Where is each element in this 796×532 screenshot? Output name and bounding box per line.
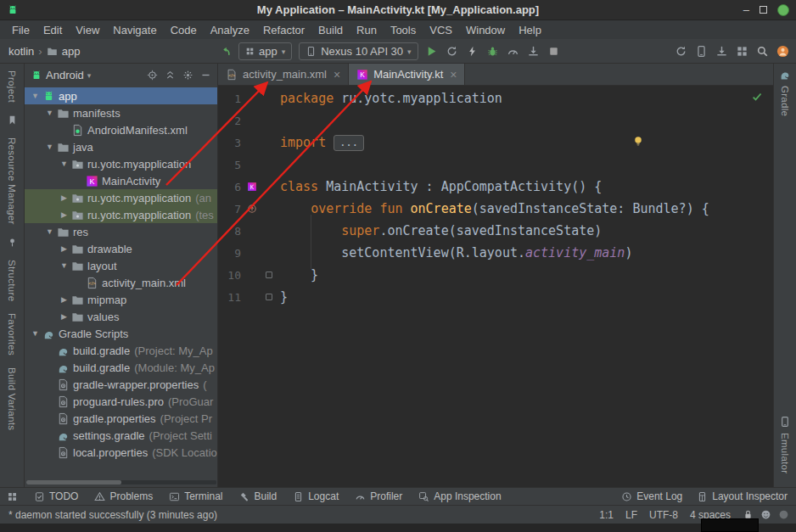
code-line-7[interactable]: 7 override fun onCreate(savedInstanceSta…: [218, 198, 773, 220]
tool-window-button-app-inspection[interactable]: App Inspection: [418, 490, 501, 502]
hide-panel-button[interactable]: [200, 70, 211, 81]
tool-favorites[interactable]: Favorites: [7, 313, 17, 356]
minimize-button[interactable]: –: [743, 4, 749, 15]
notifications-icon[interactable]: [778, 509, 789, 520]
chevron-down-icon[interactable]: ▼: [59, 160, 70, 168]
view-settings-button[interactable]: [182, 70, 193, 81]
maximize-button[interactable]: [760, 6, 767, 14]
tool-window-button-layout-inspector[interactable]: Layout Inspector: [697, 490, 788, 502]
bookmarks-icon[interactable]: [7, 115, 18, 126]
menu-run[interactable]: Run: [350, 22, 384, 38]
tree-item-ru-yotc-myapplication[interactable]: ▼ru.yotc.myapplication: [25, 155, 217, 172]
tree-item-build-gradle-project-my-ap[interactable]: build.gradle(Project: My_Ap: [25, 342, 217, 359]
tree-item-res[interactable]: ▼res: [25, 223, 217, 240]
tree-item-values[interactable]: ▶values: [25, 308, 217, 325]
tree-item-androidmanifest-xml[interactable]: AndroidManifest.xml: [25, 121, 217, 138]
breadcrumb-module[interactable]: app: [62, 45, 81, 58]
run-configuration-select[interactable]: app ▾: [238, 42, 292, 60]
quick-access-icon[interactable]: [7, 491, 18, 502]
tool-window-button-profiler[interactable]: Profiler: [355, 490, 402, 502]
class-gutter-icon[interactable]: K: [241, 182, 263, 192]
apply-code-changes-button[interactable]: [466, 45, 479, 58]
menu-tools[interactable]: Tools: [384, 22, 423, 38]
menu-refactor[interactable]: Refactor: [256, 22, 311, 38]
menu-analyze[interactable]: Analyze: [204, 22, 256, 38]
chevron-down-icon[interactable]: ▼: [30, 92, 41, 100]
attach-debugger-button[interactable]: [527, 45, 540, 58]
menu-file[interactable]: File: [5, 22, 36, 38]
debug-button[interactable]: [486, 45, 499, 58]
run-button[interactable]: [425, 45, 438, 58]
profile-button[interactable]: [507, 45, 519, 58]
code-line-2[interactable]: 2: [218, 109, 773, 132]
tree-item-gradle-wrapper-properties[interactable]: gradle-wrapper.properties(: [25, 376, 217, 393]
device-select[interactable]: Nexus 10 API 30 ▾: [299, 42, 418, 60]
tab-activity-main-xml[interactable]: </>activity_main.xml×: [218, 64, 349, 85]
tree-item-mainactivity[interactable]: KMainActivity: [25, 172, 217, 189]
menu-code[interactable]: Code: [164, 22, 204, 38]
menu-build[interactable]: Build: [311, 22, 350, 38]
menu-vcs[interactable]: VCS: [423, 22, 459, 38]
tree-item-drawable[interactable]: ▶drawable: [25, 240, 217, 257]
sdk-manager-button[interactable]: [715, 45, 728, 58]
tool-window-button-event-log[interactable]: Event Log: [621, 490, 682, 502]
code-line-8[interactable]: 8 super.onCreate(savedInstanceState): [218, 220, 773, 242]
chevron-right-icon[interactable]: ▶: [59, 312, 70, 321]
tool-resource-manager[interactable]: Resource Manager: [7, 137, 17, 225]
chevron-right-icon[interactable]: ▶: [59, 210, 70, 219]
pin-icon[interactable]: [7, 237, 18, 248]
close-icon[interactable]: ×: [334, 68, 340, 81]
close-icon[interactable]: ×: [450, 68, 457, 81]
tree-item-gradle-properties-project-pr[interactable]: gradle.properties(Project Pr: [25, 410, 217, 427]
menu-window[interactable]: Window: [459, 22, 512, 38]
tool-gradle[interactable]: Gradle: [779, 69, 791, 116]
gradle-sync-arrow-icon[interactable]: [219, 45, 232, 58]
tree-item-gradle-scripts[interactable]: ▼Gradle Scripts: [25, 325, 217, 342]
chevron-right-icon[interactable]: ▶: [59, 193, 70, 202]
intention-bulb-icon[interactable]: [632, 135, 644, 147]
scrollbar-thumb[interactable]: [26, 480, 121, 484]
sync-project-button[interactable]: [675, 45, 687, 58]
stop-button[interactable]: [547, 45, 560, 58]
tool-structure[interactable]: Structure: [7, 260, 17, 301]
code-line-9[interactable]: 9 setContentView(R.layout.activity_main): [218, 242, 773, 264]
inspections-ok-icon[interactable]: [751, 91, 763, 103]
line-separator[interactable]: LF: [625, 509, 637, 521]
tree-item-ru-yotc-myapplication-an[interactable]: ▶ru.yotc.myapplication(an: [25, 189, 217, 206]
chevron-down-icon[interactable]: ▼: [30, 329, 41, 338]
tree-item-proguard-rules-pro-proguar[interactable]: proguard-rules.pro(ProGuar: [25, 393, 217, 410]
menu-edit[interactable]: Edit: [36, 22, 69, 38]
project-view-selector[interactable]: Android: [46, 69, 84, 81]
code-with-me-icon[interactable]: [760, 509, 771, 520]
locate-file-button[interactable]: [147, 70, 158, 81]
menu-navigate[interactable]: Navigate: [106, 22, 163, 38]
tool-window-button-terminal[interactable]: Terminal: [169, 490, 222, 502]
tree-item-settings-gradle-project-setti[interactable]: settings.gradle(Project Setti: [25, 427, 217, 444]
tool-window-button-todo[interactable]: TODO: [34, 490, 78, 502]
code-line-10[interactable]: 10 }: [218, 264, 773, 286]
breadcrumb-project[interactable]: kotlin: [8, 45, 34, 58]
tree-item-app[interactable]: ▼app: [25, 87, 217, 104]
horizontal-scrollbar[interactable]: [26, 480, 216, 484]
close-button[interactable]: [777, 4, 789, 16]
tree-item-ru-yotc-myapplication-tes[interactable]: ▶ru.yotc.myapplication(tes: [25, 206, 217, 223]
chevron-down-icon[interactable]: ▼: [44, 227, 55, 236]
tree-item-build-gradle-module-my-ap[interactable]: build.gradle(Module: My_Ap: [25, 359, 217, 376]
device-manager-button[interactable]: [695, 45, 708, 58]
code-line-5[interactable]: 5: [218, 154, 773, 176]
chevron-right-icon[interactable]: ▶: [59, 295, 70, 304]
fold-marker[interactable]: [263, 294, 275, 300]
file-encoding[interactable]: UTF-8: [649, 509, 678, 521]
search-everywhere-button[interactable]: [756, 45, 769, 58]
chevron-right-icon[interactable]: ▶: [59, 244, 70, 253]
menu-help[interactable]: Help: [512, 22, 548, 38]
tree-item-local-properties-sdk-locatio[interactable]: local.properties(SDK Locatio: [25, 444, 217, 461]
code-line-6[interactable]: 6Kclass MainActivity : AppCompatActivity…: [218, 176, 773, 198]
tree-item-layout[interactable]: ▼layout: [25, 257, 217, 274]
tool-window-button-problems[interactable]: Problems: [94, 490, 153, 502]
override-gutter-icon[interactable]: [241, 204, 263, 214]
tree-item-mipmap[interactable]: ▶mipmap: [25, 291, 217, 308]
chevron-down-icon[interactable]: ▼: [44, 143, 55, 151]
collapse-all-button[interactable]: [165, 70, 176, 81]
fold-marker[interactable]: [263, 272, 275, 278]
